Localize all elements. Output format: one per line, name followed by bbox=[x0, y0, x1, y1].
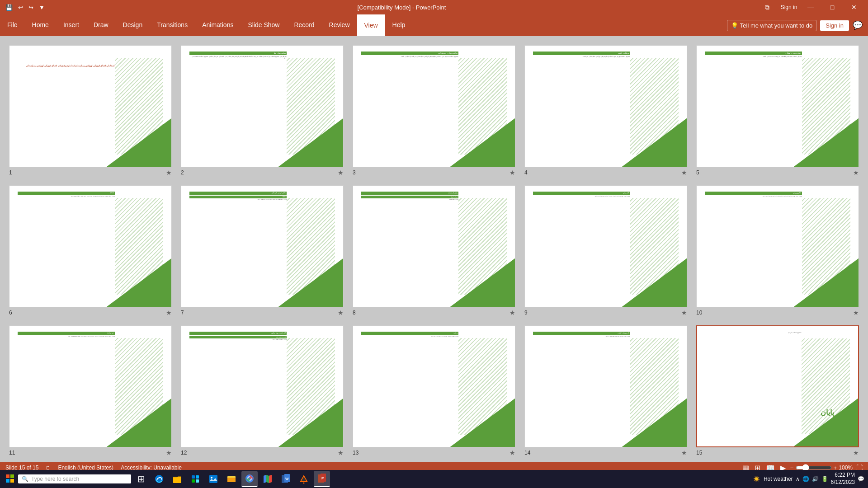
volume-icon[interactable]: 🔊 bbox=[812, 476, 819, 482]
svg-text:W: W bbox=[285, 477, 289, 481]
slide-item-8: یازی از صناعه فضای انتظار محتوای اسلاید … bbox=[353, 185, 515, 316]
slide-item-9: تالار نبض محتوای اسلاید نهم در مورد استا… bbox=[524, 185, 687, 316]
window-controls: ⧉ Sign in — □ ✕ bbox=[757, 0, 864, 14]
slide-number-row-3: 3 ★ bbox=[353, 169, 515, 176]
quick-access-toolbar: 💾 ↩ ↪ ▼ bbox=[4, 3, 47, 12]
slide-number-14: 14 bbox=[524, 450, 530, 456]
slide-thumb-14[interactable]: نار زیرسا با هفت محتوای اسلاید چهاردهم د… bbox=[524, 325, 687, 447]
slide-thumb-4[interactable]: پویشگری بالقوه محتوای اسلاید چهارم در مو… bbox=[524, 45, 687, 167]
slide-number-row-13: 13 ★ bbox=[353, 449, 515, 456]
vlc-icon[interactable] bbox=[296, 471, 312, 487]
slide-star-5: ★ bbox=[853, 169, 859, 176]
slide-thumb-13[interactable]: و فرد محتوای اسلاید سیزدهم در مورد اورژا… bbox=[353, 325, 515, 447]
slide-item-14: نار زیرسا با هفت محتوای اسلاید چهاردهم د… bbox=[524, 325, 687, 456]
time: 6:22 PM bbox=[831, 472, 855, 479]
slide-number-row-15: 15 ★ bbox=[696, 449, 859, 456]
tab-draw[interactable]: Draw bbox=[86, 14, 116, 36]
slide-thumb-1[interactable]: استاندارد فضای فیزیکی اورژانس بیمارستانی… bbox=[9, 45, 172, 167]
slide-star-3: ★ bbox=[509, 169, 515, 176]
battery-icon: 🔋 bbox=[821, 476, 828, 482]
slide-star-10: ★ bbox=[853, 309, 859, 316]
network-icon: 🌐 bbox=[802, 476, 809, 482]
slide-thumb-10[interactable]: فالو ورزش محتوای اسلاید دهم در مورد استا… bbox=[696, 185, 859, 307]
ribbon: File Home Insert Draw Design Transitions… bbox=[0, 14, 868, 36]
slide-thumb-12[interactable]: اقر امنیت پوند و یاور فایزین یچی یاری مح… bbox=[181, 325, 344, 447]
tab-home[interactable]: Home bbox=[25, 14, 56, 36]
title-bar-left: 💾 ↩ ↪ ▼ bbox=[4, 3, 47, 12]
undo-button[interactable]: ↩ bbox=[16, 3, 25, 12]
tab-help[interactable]: Help bbox=[385, 14, 413, 36]
tab-record[interactable]: Record bbox=[287, 14, 321, 36]
section-divider bbox=[858, 326, 859, 446]
start-button[interactable] bbox=[4, 472, 16, 486]
slide-thumb-11[interactable]: دیر برخط محتوای اسلاید یازدهم در مورد فی… bbox=[9, 325, 172, 447]
svg-rect-0 bbox=[6, 474, 9, 478]
slide-panel: استاندارد فضای فیزیکی اورژانس بیمارستانی… bbox=[0, 36, 868, 462]
svg-text:P: P bbox=[321, 476, 324, 480]
slide-number-1: 1 bbox=[9, 169, 12, 176]
store-icon[interactable] bbox=[187, 471, 203, 487]
chrome-icon[interactable] bbox=[241, 471, 258, 487]
folder-icon[interactable] bbox=[223, 471, 240, 487]
sign-in-title-button[interactable]: Sign in bbox=[778, 0, 799, 14]
slide-number-2: 2 bbox=[181, 169, 184, 176]
photos-icon[interactable] bbox=[205, 471, 222, 487]
tab-file[interactable]: File bbox=[0, 14, 25, 36]
save-button[interactable]: 💾 bbox=[4, 3, 14, 12]
slide-thumb-3[interactable]: مراقبت مداری و مشارکت محتوای اسلاید سوم … bbox=[353, 45, 515, 167]
slide-number-12: 12 bbox=[181, 450, 187, 456]
slide-item-11: دیر برخط محتوای اسلاید یازدهم در مورد فی… bbox=[9, 325, 172, 456]
slide-item-7: داکی کردن با یادگار EKG محتوای اسلاید هف… bbox=[181, 185, 344, 316]
time-display[interactable]: 6:22 PM 6/12/2023 bbox=[831, 472, 855, 486]
slide-star-14: ★ bbox=[681, 449, 687, 456]
slide-number-9: 9 bbox=[524, 310, 528, 316]
redo-button[interactable]: ↪ bbox=[27, 3, 35, 12]
maps-icon[interactable] bbox=[259, 471, 276, 487]
title-bar: 💾 ↩ ↪ ▼ [Compatibility Mode] - PowerPoin… bbox=[0, 0, 868, 14]
tab-design[interactable]: Design bbox=[116, 14, 150, 36]
slide-number-row-6: 6 ★ bbox=[9, 309, 172, 316]
slide-thumb-7[interactable]: داکی کردن با یادگار EKG محتوای اسلاید هف… bbox=[181, 185, 344, 307]
slide-star-12: ★ bbox=[338, 449, 344, 456]
restore-down-button[interactable]: ⧉ bbox=[757, 0, 778, 14]
powerpoint-icon[interactable]: P bbox=[314, 471, 330, 487]
slide-number-6: 6 bbox=[9, 310, 12, 316]
tab-view[interactable]: View bbox=[357, 14, 385, 36]
comments-button[interactable]: 💬 bbox=[853, 20, 863, 30]
tab-slideshow[interactable]: Slide Show bbox=[241, 14, 287, 36]
tab-animations[interactable]: Animations bbox=[195, 14, 241, 36]
slide-number-5: 5 bbox=[696, 169, 699, 176]
close-button[interactable]: ✕ bbox=[844, 0, 864, 14]
svg-rect-13 bbox=[227, 478, 236, 482]
slide-thumb-8[interactable]: یازی از صناعه فضای انتظار محتوای اسلاید … bbox=[353, 185, 515, 307]
slide-thumb-15[interactable]: محتوای اسلاید پانزدهم پایان bbox=[696, 325, 859, 447]
notification-icon[interactable]: 💬 bbox=[858, 476, 864, 482]
svg-rect-10 bbox=[209, 475, 217, 483]
svg-rect-6 bbox=[192, 475, 195, 479]
tab-review[interactable]: Review bbox=[322, 14, 357, 36]
tell-me-input[interactable]: 💡 Tell me what you want to do bbox=[727, 20, 816, 31]
search-bar[interactable]: 🔍 Type here to search bbox=[18, 474, 131, 483]
minimize-button[interactable]: — bbox=[800, 0, 821, 14]
slide-thumb-2[interactable]: سیاست های نظر متن فارسی محتوای اسلاید دو… bbox=[181, 45, 344, 167]
sign-in-button[interactable]: Sign in bbox=[820, 20, 849, 31]
slide-thumb-9[interactable]: تالار نبض محتوای اسلاید نهم در مورد استا… bbox=[524, 185, 687, 307]
up-arrow-icon[interactable]: ∧ bbox=[796, 476, 800, 482]
date: 6/12/2023 bbox=[831, 479, 855, 486]
slide-thumb-6[interactable]: Ward محتوای اسلاید ششم در مورد استاندارد… bbox=[9, 185, 172, 307]
slide-item-15: محتوای اسلاید پانزدهم پایان 15 ★ bbox=[696, 325, 859, 456]
tab-insert[interactable]: Insert bbox=[56, 14, 86, 36]
slide-item-5: دیویاب بامن با همکاری محتوای اسلاید پنجم… bbox=[696, 45, 859, 176]
task-view-button[interactable]: ⊞ bbox=[133, 471, 149, 487]
slide-grid: استاندارد فضای فیزیکی اورژانس بیمارستانی… bbox=[9, 45, 859, 462]
slide-number-7: 7 bbox=[181, 310, 184, 316]
tab-transitions[interactable]: Transitions bbox=[150, 14, 195, 36]
word-icon[interactable]: W bbox=[278, 471, 294, 487]
edge-icon[interactable] bbox=[151, 471, 167, 487]
maximize-button[interactable]: □ bbox=[822, 0, 843, 14]
customize-qa-button[interactable]: ▼ bbox=[37, 3, 47, 12]
file-explorer-icon[interactable] bbox=[169, 471, 185, 487]
slide-thumb-5[interactable]: دیویاب بامن با همکاری محتوای اسلاید پنجم… bbox=[696, 45, 859, 167]
slide-number-13: 13 bbox=[353, 450, 359, 456]
slide-item-1: استاندارد فضای فیزیکی اورژانس بیمارستانی… bbox=[9, 45, 172, 176]
